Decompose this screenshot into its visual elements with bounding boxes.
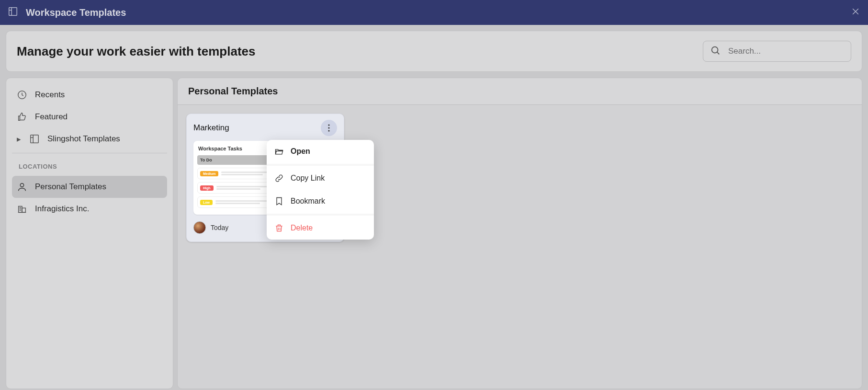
sidebar: Recents Featured ▸ Slingshot Templates L… (6, 78, 173, 389)
cards-area: Marketing Workspace Tasks To Do Medium (178, 105, 862, 251)
clock-icon (17, 90, 27, 100)
ctx-delete[interactable]: Delete (267, 217, 374, 240)
svg-point-18 (328, 124, 329, 126)
ctx-open[interactable]: Open (267, 140, 374, 163)
svg-line-6 (717, 52, 720, 55)
link-icon (274, 173, 284, 183)
bookmark-icon (274, 196, 284, 206)
person-icon (17, 182, 27, 192)
sidebar-item-label: Personal Templates (35, 182, 106, 192)
sidebar-item-label: Infragistics Inc. (35, 204, 89, 214)
header-strip: Manage your work easier with templates (6, 31, 862, 72)
card-more-button[interactable] (321, 120, 337, 136)
card-footer-label: Today (211, 224, 228, 231)
titlebar-title: Workspace Templates (26, 7, 126, 18)
sidebar-item-label: Slingshot Templates (47, 134, 120, 144)
divider (267, 164, 374, 166)
card-title: Marketing (193, 123, 229, 133)
page-title: Manage your work easier with templates (17, 44, 256, 59)
titlebar: Workspace Templates (0, 0, 868, 25)
badge-medium: Medium (200, 171, 218, 176)
trash-icon (274, 223, 284, 233)
svg-rect-8 (31, 135, 39, 143)
svg-point-19 (328, 127, 329, 128)
search-input[interactable] (728, 46, 844, 56)
templates-icon (8, 6, 18, 19)
sidebar-item-recents[interactable]: Recents (12, 84, 167, 106)
building-icon (17, 204, 27, 214)
folder-open-icon (274, 147, 284, 156)
sidebar-item-infragistics[interactable]: Infragistics Inc. (12, 198, 167, 220)
sidebar-item-personal-templates[interactable]: Personal Templates (12, 176, 167, 198)
ctx-copy-link[interactable]: Copy Link (267, 167, 374, 190)
divider (12, 153, 167, 153)
svg-point-11 (20, 184, 23, 187)
kebab-icon (328, 124, 330, 132)
ctx-label: Open (291, 147, 310, 156)
search-icon (710, 45, 728, 57)
ctx-label: Bookmark (291, 197, 325, 206)
sidebar-heading: LOCATIONS (12, 160, 167, 176)
svg-rect-0 (9, 8, 17, 16)
ctx-label: Delete (291, 224, 313, 232)
svg-rect-12 (19, 206, 22, 213)
chevron-right-icon: ▸ (17, 134, 22, 144)
main-panel: Personal Templates Marketing Workspace T… (177, 78, 862, 389)
svg-point-5 (712, 47, 718, 53)
ctx-bookmark[interactable]: Bookmark (267, 190, 374, 213)
titlebar-left: Workspace Templates (8, 6, 126, 19)
sidebar-item-label: Recents (35, 90, 65, 100)
templates-icon (29, 134, 40, 144)
svg-point-20 (328, 130, 329, 131)
sidebar-item-label: Featured (35, 112, 68, 122)
card-header: Marketing (187, 114, 344, 141)
section-title: Personal Templates (178, 78, 862, 105)
close-button[interactable] (851, 7, 860, 18)
sidebar-item-featured[interactable]: Featured (12, 106, 167, 128)
context-menu: Open Copy Link Bookmark Delete (267, 140, 374, 240)
badge-high: High (200, 185, 214, 191)
svg-rect-13 (22, 208, 25, 212)
thumbs-up-icon (17, 112, 27, 122)
divider (267, 214, 374, 216)
ctx-label: Copy Link (291, 174, 325, 183)
search-field[interactable] (703, 41, 851, 62)
badge-low: Low (200, 200, 213, 205)
avatar (193, 221, 206, 234)
sidebar-item-slingshot[interactable]: ▸ Slingshot Templates (12, 128, 167, 150)
